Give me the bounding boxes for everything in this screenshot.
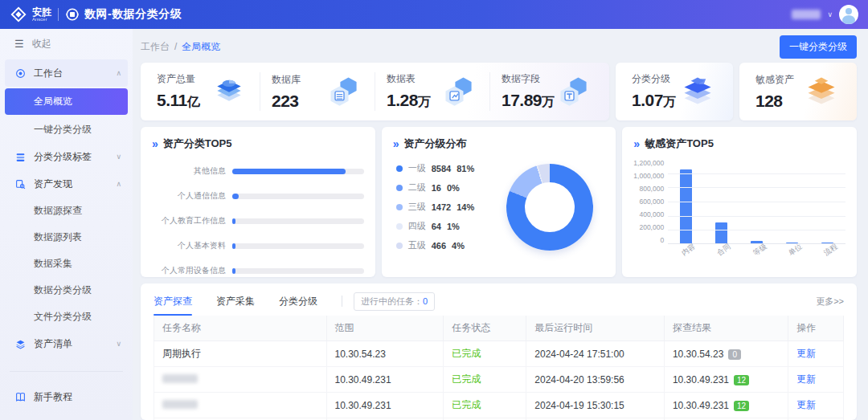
table-row[interactable]: 10.30.49.231已完成2024-04-19 15:30:1510.30.… (154, 393, 844, 418)
breadcrumb-workbench[interactable]: 工作台 (141, 40, 170, 54)
hex-table-icon (441, 73, 478, 110)
hbar-label: 其他信息 (152, 165, 226, 177)
stack-orange-icon (804, 73, 841, 110)
chart-card-asset-classification: » 资产分类TOP5 其他信息个人通信信息个人教育工作信息个人基本资料个人常用设… (141, 127, 375, 277)
bar (715, 222, 727, 243)
chart-marker-icon: » (393, 137, 399, 150)
running-tasks-box: 进行中的任务：0 (354, 292, 435, 311)
legend-dot (396, 223, 403, 230)
breadcrumb-current: 全局概览 (182, 40, 220, 54)
result-cell: 10.30.54.230 (664, 341, 788, 367)
tasks-table: 任务名称范围任务状态最后运行时间探查结果操作 周期执行10.30.54.23已完… (154, 316, 844, 420)
update-link[interactable]: 更新 (796, 348, 816, 359)
legend-dot (396, 185, 403, 191)
legend-label: 一级 (408, 162, 426, 174)
user-avatar[interactable] (839, 5, 858, 24)
caret-up-icon: ∧ (116, 180, 121, 188)
stat-label: 敏感资产 (755, 73, 794, 87)
breadcrumb: 工作台 / 全局概览 (141, 40, 220, 54)
sidebar-item-0[interactable]: 工作台∧ (5, 59, 128, 87)
chevron-down-icon[interactable]: ∨ (827, 10, 833, 18)
legend-row[interactable]: 三级147214% (396, 201, 475, 213)
tags-icon (14, 151, 26, 162)
legend-row[interactable]: 五级4664% (396, 239, 475, 251)
plot-area (668, 159, 845, 244)
one-click-classify-button[interactable]: 一键分类分级 (780, 35, 857, 59)
legend-row[interactable]: 二级160% (396, 181, 475, 194)
tab-asset-collect[interactable]: 资产采集 (216, 292, 255, 316)
hbar-row: 个人常用设备信息 (152, 265, 364, 276)
legend-dot (396, 243, 403, 249)
action-cell: 更新 (788, 393, 844, 418)
stat-label: 数据库 (272, 73, 301, 87)
chart-title-row: » 资产分级分布 (393, 137, 605, 151)
workbench-icon (14, 67, 26, 79)
app-logo-icon (65, 7, 80, 22)
legend-row[interactable]: 一级858481% (396, 162, 475, 174)
sidebar-subitem[interactable]: 全局概览 (5, 88, 128, 115)
hex-database-icon (326, 73, 363, 110)
stat-label: 分类分级 (632, 72, 675, 86)
donut-chart-area: 一级858481%二级160%三级147214%四级641%五级4664% (393, 162, 605, 251)
sidebar-subitem[interactable]: 文件分类分级 (0, 304, 133, 330)
more-link[interactable]: 更多>> (816, 296, 844, 308)
tutorial-icon (14, 391, 26, 402)
legend-value: 1472 (432, 202, 451, 212)
chart-marker-icon: » (152, 137, 158, 150)
sidebar-item-tutorial[interactable]: 新手教程 (0, 383, 133, 410)
brand: 安胜 Anscer (10, 6, 51, 23)
column-header: 任务状态 (444, 316, 526, 341)
sidebar-collapse[interactable]: ☰ 收起 (0, 29, 133, 58)
hbar-label: 个人教育工作信息 (152, 215, 226, 226)
stat-value: 1.07万 (632, 91, 675, 111)
table-row[interactable]: 10.30.49.231已完成2024-04-20 13:59:5610.30.… (154, 367, 844, 393)
scope-cell: 10.30.49.231 (326, 367, 444, 393)
redacted-text (162, 374, 198, 383)
stat-item: 资产总量5.11亿 (145, 72, 260, 111)
collapse-label: 收起 (32, 37, 51, 51)
action-cell: 更新 (788, 367, 844, 393)
anscer-logo-icon (10, 6, 27, 23)
update-link[interactable]: 更新 (796, 399, 816, 410)
sidebar-item-3[interactable]: 资产清单∨ (0, 330, 133, 357)
app-title: 数网-数据分类分级 (84, 7, 182, 22)
sidebar-subitem[interactable]: 一键分类分级 (0, 116, 133, 143)
donut-chart (506, 164, 593, 251)
column-header: 操作 (788, 316, 844, 341)
hamburger-icon[interactable]: ☰ (14, 38, 24, 50)
topbar: 工作台 / 全局概览 一键分类分级 (141, 34, 857, 59)
status-cell: 已完成 (444, 341, 526, 367)
update-link[interactable]: 更新 (796, 373, 816, 385)
hbar-label: 个人通信信息 (152, 190, 226, 202)
layers-blue-icon (211, 73, 248, 110)
sidebar-item-2[interactable]: 资产发现∧ (0, 170, 133, 198)
legend-row[interactable]: 四级641% (396, 220, 475, 232)
discovery-icon (14, 178, 26, 190)
redacted-text (162, 400, 198, 409)
stat-label: 资产总量 (157, 72, 199, 86)
stat-value: 17.89万 (502, 91, 555, 111)
sidebar-divider (10, 371, 123, 372)
hbar-label: 个人基本资料 (152, 240, 226, 251)
scope-cell: 10.30.54.23 (326, 341, 444, 367)
tab-asset-probe[interactable]: 资产探查 (154, 292, 192, 316)
charts-row: » 资产分类TOP5 其他信息个人通信信息个人教育工作信息个人基本资料个人常用设… (141, 127, 857, 277)
table-row[interactable]: 周期执行10.30.54.23已完成2024-04-24 17:51:0010.… (154, 341, 844, 367)
sidebar-subitem[interactable]: 数据源列表 (0, 224, 133, 251)
stat-value: 223 (272, 92, 301, 111)
action-cell: 更新 (788, 341, 844, 367)
column-header: 范围 (326, 316, 444, 341)
sidebar-subitem[interactable]: 数据采集 (0, 251, 133, 277)
sidebar-item-4[interactable]: 安全扫描∨ (0, 357, 133, 363)
hbar-row: 个人教育工作信息 (152, 215, 364, 226)
chart-marker-icon: » (633, 137, 640, 150)
tab-classify-grade[interactable]: 分类分级 (279, 292, 317, 316)
tasks-card: 资产探查 资产采集 分类分级 进行中的任务：0 更多>> 任务名称范围任务状态最… (141, 283, 857, 420)
sidebar-item-1[interactable]: 分类分级标签∨ (0, 143, 133, 170)
stat-card-classify: 分类分级1.07万 (616, 63, 733, 120)
hbar-track (232, 268, 364, 274)
sidebar-subitem[interactable]: 数据分类分级 (0, 277, 133, 304)
sidebar-subitem[interactable]: 数据源探查 (0, 198, 133, 224)
username-redacted (792, 10, 821, 19)
legend-label: 三级 (408, 201, 426, 213)
